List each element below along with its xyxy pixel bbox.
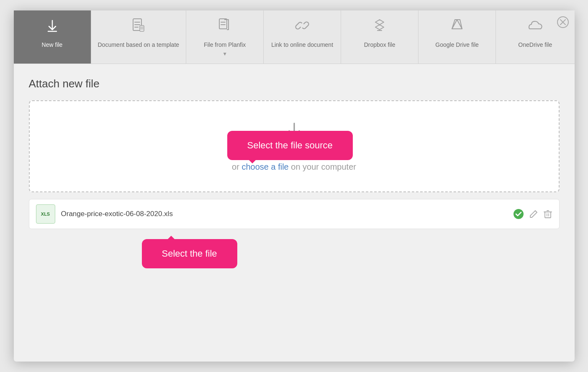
planfix-icon — [218, 18, 232, 37]
tab-googledrive[interactable]: Google Drive file — [419, 10, 496, 64]
main-content: Attach new file Drag one or more files h… — [14, 64, 575, 283]
tooltip-file-source: Select the file source — [227, 131, 353, 160]
link-icon — [295, 18, 310, 37]
tab-dropbox-label: Dropbox file — [364, 41, 395, 48]
svg-marker-17 — [452, 20, 462, 29]
file-actions — [513, 209, 552, 219]
tab-googledrive-label: Google Drive file — [435, 41, 479, 48]
svg-rect-7 — [140, 25, 144, 31]
document-template-icon — [131, 18, 146, 37]
file-edit-button[interactable] — [529, 209, 538, 219]
tab-onedrive-label: OneDrive file — [518, 41, 552, 48]
dialog: New file Document based on a template — [14, 10, 575, 362]
svg-rect-10 — [219, 19, 227, 29]
tooltip-file-container: Select the file — [29, 236, 237, 268]
tooltip-select-file[interactable]: Select the file — [142, 239, 237, 268]
tab-dropbox[interactable]: Dropbox file — [341, 10, 419, 64]
svg-rect-20 — [545, 212, 551, 218]
googledrive-icon — [449, 18, 465, 37]
chevron-down-icon: ▼ — [222, 51, 227, 58]
tab-new-file[interactable]: New file — [14, 10, 91, 64]
tab-template[interactable]: Document based on a template — [91, 10, 187, 64]
dropbox-icon — [372, 18, 387, 37]
file-check-button[interactable] — [513, 209, 524, 219]
tab-new-file-label: New file — [42, 41, 63, 48]
onedrive-icon — [527, 18, 543, 37]
tab-planfix[interactable]: File from Planfix ▼ — [186, 10, 264, 64]
tab-template-label: Document based on a template — [98, 41, 180, 48]
close-button[interactable] — [557, 16, 569, 28]
tab-online-label: Link to online document — [271, 41, 333, 48]
download-icon — [45, 18, 60, 37]
tab-online[interactable]: Link to online document — [264, 10, 341, 64]
file-name: Orange-price-exotic-06-08-2020.xls — [61, 210, 507, 218]
tab-bar: New file Document based on a template — [14, 10, 575, 64]
svg-point-19 — [514, 209, 524, 219]
file-type-icon: XLS — [36, 204, 55, 224]
file-row: XLS Orange-price-exotic-06-08-2020.xls — [29, 199, 560, 229]
tab-planfix-label: File from Planfix — [204, 41, 246, 48]
page-title: Attach new file — [29, 77, 560, 90]
svg-marker-13 — [375, 20, 384, 30]
file-delete-button[interactable] — [543, 209, 552, 219]
